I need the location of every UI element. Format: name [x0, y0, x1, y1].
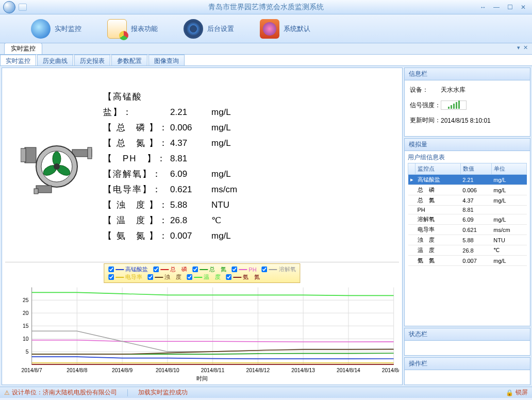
report-icon [107, 19, 127, 39]
legend-item[interactable]: 溶解氧 [262, 265, 296, 273]
legend-checkbox[interactable] [187, 274, 192, 280]
table-row[interactable]: 电导率0.621ms/cm [408, 225, 527, 235]
quick-access-dropdown[interactable] [19, 4, 27, 11]
legend-item[interactable]: 电导率 [108, 273, 142, 281]
legend-item[interactable]: 温 度 [187, 273, 221, 281]
table-row[interactable]: 总 氮4.37mg/L [408, 195, 527, 206]
svg-text:10: 10 [23, 336, 29, 342]
lock-icon: 🔒 [506, 389, 513, 396]
info-panel-header: 信息栏 [405, 68, 530, 80]
reading-row: 【电导率】：0.621ms/cm [103, 182, 237, 197]
col-header[interactable]: 单位 [491, 163, 526, 175]
svg-text:2014/8/11: 2014/8/11 [201, 368, 225, 373]
legend-checkbox[interactable] [108, 274, 114, 280]
workspace: 【高锰酸盐】：2.21mg/L【 总 磷 】：0.006mg/L【 总 氮 】：… [0, 66, 532, 387]
reading-row: 【 总 磷 】：0.006mg/L [103, 120, 237, 136]
ribbon-label: 系统默认 [284, 24, 310, 34]
table-row[interactable]: 溶解氧6.09mg/L [408, 214, 527, 225]
chart-legend: 高锰酸盐总 磷总 氮PH溶解氧电导率浊 度温 度氨 氮 [104, 263, 300, 283]
doc-tab-dropdown[interactable]: ▾ [517, 44, 520, 51]
col-header[interactable]: 监控点 [415, 163, 461, 175]
camera-icon [260, 19, 279, 39]
pump-icon [21, 138, 93, 195]
designer-text: 设计单位：济南大陆机电股份有限公司 [12, 388, 117, 397]
ribbon-toolbar: 实时监控 报表功能 后台设置 系统默认 [0, 14, 532, 43]
ribbon-system-default[interactable]: 系统默认 [260, 19, 310, 39]
legend-item[interactable]: PH [231, 265, 256, 273]
svg-text:5: 5 [26, 349, 29, 355]
legend-checkbox[interactable] [153, 266, 159, 272]
display-area: 【高锰酸盐】：2.21mg/L【 总 磷 】：0.006mg/L【 总 氮 】：… [5, 71, 399, 262]
ops-panel-header: 操作栏 [405, 358, 530, 370]
svg-text:20: 20 [23, 310, 29, 316]
table-row[interactable]: 浊 度5.88NTU [408, 235, 527, 245]
subtab-2[interactable]: 历史报表 [74, 55, 110, 65]
analog-panel: 模拟量 用户组信息表 监控点数值单位 ▸高锰酸盐2.21mg/L总 磷0.006… [404, 138, 530, 326]
chart-area: 高锰酸盐总 磷总 氮PH溶解氧电导率浊 度温 度氨 氮 510152025201… [5, 262, 399, 381]
ops-panel: 操作栏 [404, 357, 530, 385]
doc-tab-monitor[interactable]: 实时监控 [4, 43, 42, 54]
minimize-button[interactable]: — [491, 3, 502, 11]
legend-checkbox[interactable] [262, 266, 268, 272]
legend-item[interactable]: 总 磷 [153, 265, 187, 273]
maximize-button[interactable]: ☐ [504, 3, 516, 11]
main-panel: 【高锰酸盐】：2.21mg/L【 总 磷 】：0.006mg/L【 总 氮 】：… [2, 68, 403, 385]
lock-button[interactable]: 🔒 锁屏 [506, 388, 528, 397]
signal-bars-icon [441, 101, 467, 110]
update-value: 2014/8/15 8:10:01 [441, 117, 491, 124]
col-header[interactable]: 数值 [460, 163, 491, 175]
table-row[interactable]: ▸高锰酸盐2.21mg/L [408, 175, 527, 185]
status-bar: ⚠ 设计单位：济南大陆机电股份有限公司 加载实时监控成功 🔒 锁屏 [0, 387, 532, 398]
legend-item[interactable]: 浊 度 [147, 273, 181, 281]
subtab-4[interactable]: 图像查询 [148, 55, 185, 65]
svg-rect-3 [88, 147, 92, 159]
reading-row: 【 温 度 】：26.8℃ [103, 213, 237, 228]
info-panel: 信息栏 设备： 天水水库 信号强度： 更新时间： 2014/8/15 8:10:… [404, 68, 530, 137]
side-panel: 信息栏 设备： 天水水库 信号强度： 更新时间： 2014/8/15 8:10:… [404, 68, 530, 385]
subtab-1[interactable]: 历史曲线 [37, 55, 73, 65]
legend-item[interactable]: 总 氮 [192, 265, 226, 273]
ribbon-label: 后台设置 [207, 24, 234, 34]
analog-group-title: 用户组信息表 [408, 153, 527, 162]
ribbon-backend-settings[interactable]: 后台设置 [184, 19, 234, 39]
app-orb-icon[interactable] [3, 1, 15, 13]
legend-item[interactable]: 高锰酸盐 [108, 265, 148, 273]
analog-table: 监控点数值单位 ▸高锰酸盐2.21mg/L总 磷0.006mg/L总 氮4.37… [408, 163, 527, 266]
legend-checkbox[interactable] [226, 274, 231, 280]
table-row[interactable]: 温 度26.8℃ [408, 245, 527, 256]
load-status-text: 加载实时监控成功 [138, 388, 188, 397]
ribbon-label: 报表功能 [131, 24, 158, 34]
reading-row: 【 浊 度 】：5.88NTU [103, 197, 237, 213]
signal-label: 信号强度： [410, 101, 441, 110]
legend-checkbox[interactable] [192, 266, 198, 272]
status-panel: 状态栏 [404, 328, 530, 356]
legend-checkbox[interactable] [147, 274, 153, 280]
svg-text:2014/8/10: 2014/8/10 [156, 368, 179, 373]
legend-checkbox[interactable] [231, 266, 237, 272]
device-label: 设备： [410, 86, 441, 94]
subtab-3[interactable]: 参数配置 [111, 55, 147, 65]
svg-text:2014/8/14: 2014/8/14 [337, 368, 360, 373]
warning-icon: ⚠ [4, 389, 10, 396]
ribbon-report[interactable]: 报表功能 [107, 19, 158, 39]
title-bar: 青岛市世界园艺博览会水质监测系统 ↔ — ☐ ✕ [0, 0, 532, 14]
svg-text:2014/8/15: 2014/8/15 [382, 368, 399, 373]
table-row[interactable]: 氨 氮0.007mg/L [408, 256, 527, 266]
svg-text:2014/8/13: 2014/8/13 [291, 368, 315, 373]
svg-text:2014/8/12: 2014/8/12 [246, 368, 270, 373]
subtab-0[interactable]: 实时监控 [0, 55, 36, 65]
resize-icon[interactable]: ↔ [477, 3, 489, 11]
status-panel-header: 状态栏 [405, 328, 530, 341]
doc-tab-close[interactable]: ✕ [523, 44, 528, 51]
globe-icon [31, 19, 51, 39]
legend-checkbox[interactable] [108, 266, 114, 272]
table-row[interactable]: PH8.81 [408, 206, 527, 214]
table-row[interactable]: 总 磷0.006mg/L [408, 185, 527, 195]
reading-row: 【 PH 】：8.81 [103, 151, 237, 166]
svg-rect-11 [34, 189, 38, 194]
ribbon-realtime-monitor[interactable]: 实时监控 [31, 19, 81, 39]
app-title: 青岛市世界园艺博览会水质监测系统 [208, 3, 324, 12]
sub-tabs: 实时监控历史曲线历史报表参数配置图像查询 [0, 55, 532, 66]
legend-item[interactable]: 氨 氮 [226, 273, 260, 281]
close-button[interactable]: ✕ [518, 3, 529, 11]
